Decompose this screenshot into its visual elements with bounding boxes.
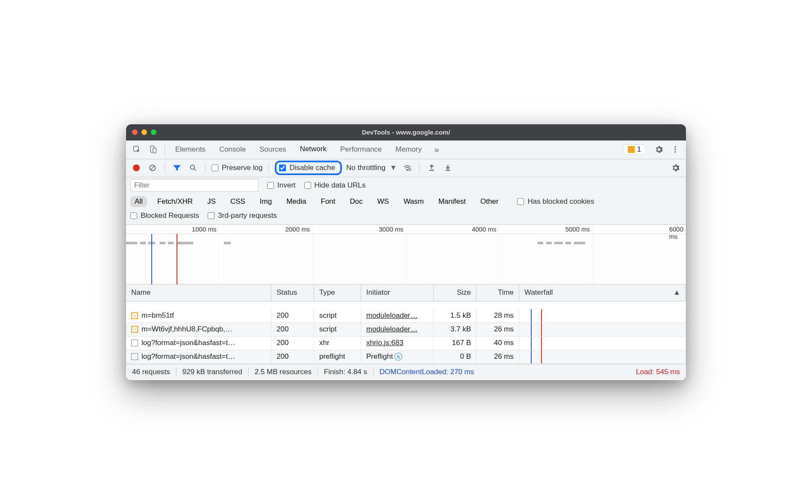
cell-name: ‹› m=Wt6vjf,hhhU8,FCpbqb,…	[126, 323, 271, 336]
divider	[205, 163, 206, 173]
filter-type-other[interactable]: Other	[476, 196, 503, 207]
col-header-type[interactable]: Type	[314, 284, 361, 301]
window-title: DevTools - www.google.com/	[126, 129, 686, 136]
timeline-tick: 4000 ms	[472, 226, 499, 233]
throttling-select[interactable]: No throttling ▼	[346, 164, 397, 172]
col-header-time[interactable]: Time	[477, 284, 519, 301]
cell-waterfall	[519, 323, 686, 336]
initiator-link[interactable]: moduleloader…	[366, 311, 418, 320]
clear-button[interactable]	[147, 162, 159, 174]
col-header-size[interactable]: Size	[434, 284, 477, 301]
search-icon[interactable]	[187, 162, 199, 174]
timeline-tick: 6000 ms	[669, 226, 686, 240]
filter-type-media[interactable]: Media	[282, 196, 310, 207]
filter-type-doc[interactable]: Doc	[346, 196, 367, 207]
divider	[165, 163, 165, 173]
export-har-icon[interactable]	[442, 162, 454, 174]
svg-point-5	[674, 151, 676, 152]
cell-type: xhr	[314, 337, 361, 350]
timeline-tick: 3000 ms	[379, 226, 406, 233]
col-header-initiator[interactable]: Initiator	[361, 284, 434, 301]
filter-toggle-icon[interactable]	[171, 162, 183, 174]
import-har-icon[interactable]	[426, 162, 438, 174]
divider	[419, 163, 420, 173]
svg-rect-13	[445, 170, 450, 171]
cell-type: script	[314, 309, 361, 322]
col-header-status[interactable]: Status	[271, 284, 314, 301]
blocked-requests-checkbox[interactable]: Blocked Requests	[130, 211, 199, 220]
filter-type-wasm[interactable]: Wasm	[399, 196, 428, 207]
status-finish: Finish: 4.84 s	[324, 368, 367, 376]
cell-time: 26 ms	[477, 323, 519, 336]
cell-waterfall	[519, 309, 686, 322]
tab-console[interactable]: Console	[213, 140, 252, 159]
cell-initiator: moduleloader…	[361, 323, 434, 336]
table-row[interactable]: ‹› m=Wt6vjf,hhhU8,FCpbqb,… 200 script mo…	[126, 323, 686, 337]
overview-dcl-marker	[151, 234, 152, 284]
dropdown-icon: ▼	[390, 164, 397, 172]
invert-checkbox[interactable]: Invert	[267, 181, 296, 190]
filter-type-css[interactable]: CSS	[226, 196, 250, 207]
cell-type: preflight	[314, 350, 361, 363]
preserve-log-input[interactable]	[212, 164, 218, 171]
initiator-link[interactable]: xhrio.js:683	[366, 339, 403, 347]
preserve-log-checkbox[interactable]: Preserve log	[212, 164, 262, 172]
network-conditions-icon[interactable]	[401, 162, 413, 174]
request-name: log?format=json&hasfast=t…	[141, 339, 235, 347]
disable-cache-highlight: Disable cache	[275, 161, 342, 175]
status-dcl: DOMContentLoaded: 270 ms	[380, 368, 474, 376]
status-load: Load: 545 ms	[636, 368, 680, 376]
request-name: log?format=json&hasfast=t…	[141, 352, 235, 361]
filter-input[interactable]	[130, 179, 259, 192]
tab-performance[interactable]: Performance	[334, 140, 388, 159]
device-mode-icon[interactable]	[146, 142, 160, 157]
col-header-waterfall[interactable]: Waterfall▲	[519, 284, 686, 301]
record-button[interactable]	[130, 162, 142, 174]
tab-network[interactable]: Network	[294, 140, 332, 159]
svg-point-10	[406, 170, 408, 171]
settings-icon[interactable]	[652, 142, 666, 157]
filter-type-ws[interactable]: WS	[373, 196, 393, 207]
filter-type-font[interactable]: Font	[317, 196, 340, 207]
cell-initiator: moduleloader…	[361, 309, 434, 322]
status-transferred: 929 kB transferred	[182, 368, 242, 376]
timeline-tick: 5000 ms	[565, 226, 593, 233]
kebab-menu-icon[interactable]	[668, 142, 683, 157]
third-party-checkbox[interactable]: 3rd-party requests	[208, 211, 277, 220]
filter-type-all[interactable]: All	[130, 196, 147, 207]
filter-type-js[interactable]: JS	[203, 196, 220, 207]
throttling-label: No throttling	[346, 164, 385, 172]
file-type-icon: ‹›	[131, 312, 138, 319]
cell-time: 28 ms	[477, 309, 519, 322]
request-name: m=bm51tf	[141, 311, 174, 320]
col-header-name[interactable]: Name	[126, 284, 271, 301]
hide-data-urls-checkbox[interactable]: Hide data URLs	[304, 181, 366, 190]
more-tabs-icon[interactable]: »	[430, 142, 444, 157]
timeline-overview[interactable]: 1000 ms 2000 ms 3000 ms 4000 ms 5000 ms …	[126, 225, 686, 284]
sort-indicator-icon: ▲	[673, 288, 680, 297]
timeline-tick: 2000 ms	[285, 226, 313, 233]
disable-cache-checkbox[interactable]: Disable cache	[279, 164, 335, 172]
tab-sources[interactable]: Sources	[253, 140, 292, 159]
cell-waterfall	[519, 350, 686, 363]
tab-elements[interactable]: Elements	[169, 140, 212, 159]
network-settings-icon[interactable]	[670, 162, 682, 174]
svg-point-8	[190, 165, 194, 169]
filter-type-img[interactable]: Img	[256, 196, 276, 207]
initiator-link[interactable]: moduleloader…	[366, 325, 418, 334]
record-icon	[133, 164, 140, 171]
inspect-element-icon[interactable]	[129, 142, 144, 157]
table-row[interactable]: log?format=json&hasfast=t… 200 preflight…	[126, 350, 686, 364]
divider	[165, 144, 165, 155]
filter-type-manifest[interactable]: Manifest	[434, 196, 470, 207]
cell-status: 200	[271, 323, 314, 336]
tab-memory[interactable]: Memory	[389, 140, 427, 159]
cell-type: script	[314, 323, 361, 336]
disable-cache-input[interactable]	[279, 164, 286, 171]
filter-type-fetchxhr[interactable]: Fetch/XHR	[153, 196, 197, 207]
issues-button[interactable]: 1	[623, 144, 646, 155]
has-blocked-cookies-checkbox[interactable]: Has blocked cookies	[517, 197, 594, 206]
table-row[interactable]: ‹› m=bm51tf 200 script moduleloader… 1.5…	[126, 302, 686, 323]
table-row[interactable]: log?format=json&hasfast=t… 200 xhr xhrio…	[126, 337, 686, 350]
svg-line-9	[194, 169, 196, 171]
